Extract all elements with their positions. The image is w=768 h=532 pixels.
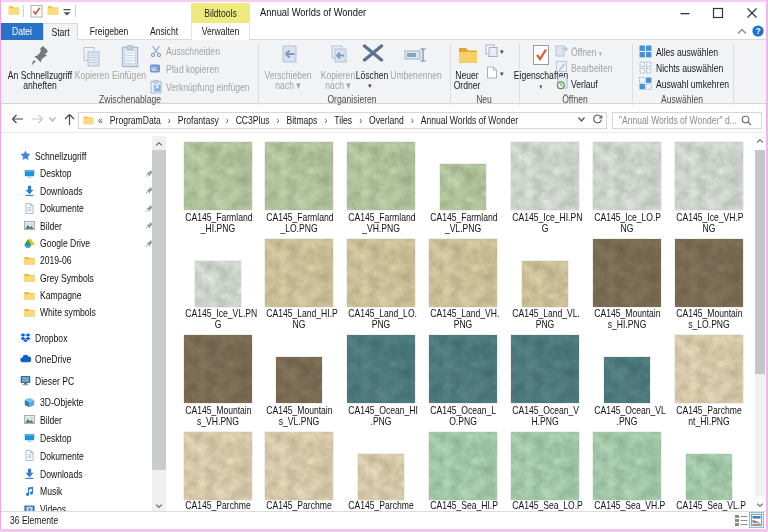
svg-text:?: ? — [755, 26, 760, 36]
svg-text:W..: W.. — [151, 66, 159, 72]
